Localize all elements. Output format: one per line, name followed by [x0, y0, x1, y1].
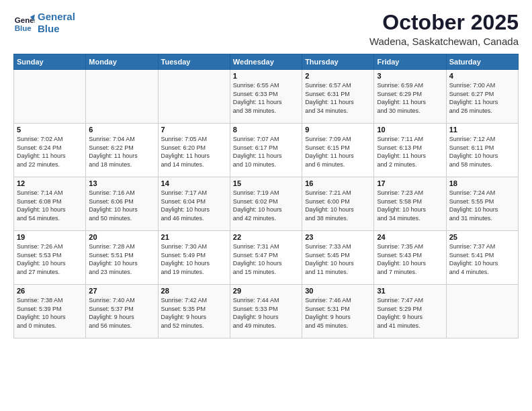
- day-number: 31: [377, 287, 443, 295]
- calendar-cell: 27Sunrise: 7:40 AM Sunset: 5:37 PM Dayli…: [86, 285, 158, 338]
- day-number: 24: [377, 233, 443, 241]
- calendar-cell: [14, 70, 86, 124]
- calendar-cell: 15Sunrise: 7:19 AM Sunset: 6:02 PM Dayli…: [230, 177, 302, 231]
- calendar-cell: 7Sunrise: 7:05 AM Sunset: 6:20 PM Daylig…: [158, 124, 230, 177]
- calendar-table: SundayMondayTuesdayWednesdayThursdayFrid…: [13, 54, 519, 338]
- day-info: Sunrise: 7:42 AM Sunset: 5:35 PM Dayligh…: [161, 296, 227, 330]
- calendar-cell: 13Sunrise: 7:16 AM Sunset: 6:06 PM Dayli…: [86, 177, 158, 231]
- day-info: Sunrise: 7:31 AM Sunset: 5:47 PM Dayligh…: [233, 242, 299, 276]
- calendar-cell: 4Sunrise: 7:00 AM Sunset: 6:27 PM Daylig…: [446, 70, 518, 124]
- calendar-cell: 12Sunrise: 7:14 AM Sunset: 6:08 PM Dayli…: [14, 177, 86, 231]
- day-info: Sunrise: 7:12 AM Sunset: 6:11 PM Dayligh…: [449, 135, 515, 169]
- calendar-page: General Blue General Blue October 2025 W…: [0, 0, 532, 411]
- day-info: Sunrise: 7:04 AM Sunset: 6:22 PM Dayligh…: [89, 135, 154, 169]
- weekday-wednesday: Wednesday: [230, 54, 302, 70]
- calendar-title: October 2025: [369, 11, 519, 34]
- day-number: 20: [89, 233, 154, 241]
- day-info: Sunrise: 7:44 AM Sunset: 5:33 PM Dayligh…: [233, 296, 299, 330]
- day-number: 13: [89, 179, 154, 187]
- day-number: 22: [233, 233, 299, 241]
- calendar-cell: 2Sunrise: 6:57 AM Sunset: 6:31 PM Daylig…: [302, 70, 374, 124]
- calendar-cell: 29Sunrise: 7:44 AM Sunset: 5:33 PM Dayli…: [230, 285, 302, 338]
- calendar-subtitle: Wadena, Saskatchewan, Canada: [369, 36, 519, 47]
- day-info: Sunrise: 7:30 AM Sunset: 5:49 PM Dayligh…: [161, 242, 227, 276]
- calendar-cell: [86, 70, 158, 124]
- day-number: 3: [377, 72, 443, 80]
- day-number: 15: [233, 179, 299, 187]
- calendar-cell: 11Sunrise: 7:12 AM Sunset: 6:11 PM Dayli…: [446, 124, 518, 177]
- calendar-cell: 17Sunrise: 7:23 AM Sunset: 5:58 PM Dayli…: [374, 177, 446, 231]
- calendar-cell: 18Sunrise: 7:24 AM Sunset: 5:55 PM Dayli…: [446, 177, 518, 231]
- weekday-sunday: Sunday: [14, 54, 86, 70]
- day-number: 21: [161, 233, 227, 241]
- day-number: 16: [305, 179, 371, 187]
- day-number: 26: [17, 287, 83, 295]
- weekday-friday: Friday: [374, 54, 446, 70]
- weekday-monday: Monday: [86, 54, 158, 70]
- day-number: 17: [377, 179, 443, 187]
- day-number: 2: [305, 72, 371, 80]
- day-info: Sunrise: 6:59 AM Sunset: 6:29 PM Dayligh…: [377, 81, 443, 115]
- day-number: 29: [233, 287, 299, 295]
- day-info: Sunrise: 7:35 AM Sunset: 5:43 PM Dayligh…: [377, 242, 443, 276]
- day-number: 18: [449, 179, 515, 187]
- day-info: Sunrise: 7:38 AM Sunset: 5:39 PM Dayligh…: [17, 296, 83, 330]
- day-info: Sunrise: 7:33 AM Sunset: 5:45 PM Dayligh…: [305, 242, 371, 276]
- day-info: Sunrise: 7:23 AM Sunset: 5:58 PM Dayligh…: [377, 189, 443, 222]
- calendar-cell: 9Sunrise: 7:09 AM Sunset: 6:15 PM Daylig…: [302, 124, 374, 177]
- day-info: Sunrise: 7:24 AM Sunset: 5:55 PM Dayligh…: [449, 189, 515, 222]
- day-info: Sunrise: 7:26 AM Sunset: 5:53 PM Dayligh…: [17, 242, 83, 276]
- header: General Blue General Blue October 2025 W…: [13, 11, 519, 47]
- calendar-cell: 22Sunrise: 7:31 AM Sunset: 5:47 PM Dayli…: [230, 231, 302, 285]
- day-info: Sunrise: 7:07 AM Sunset: 6:17 PM Dayligh…: [233, 135, 299, 169]
- day-info: Sunrise: 7:11 AM Sunset: 6:13 PM Dayligh…: [377, 135, 443, 169]
- day-info: Sunrise: 6:57 AM Sunset: 6:31 PM Dayligh…: [305, 81, 371, 115]
- calendar-cell: 8Sunrise: 7:07 AM Sunset: 6:17 PM Daylig…: [230, 124, 302, 177]
- calendar-cell: 25Sunrise: 7:37 AM Sunset: 5:41 PM Dayli…: [446, 231, 518, 285]
- day-number: 30: [305, 287, 371, 295]
- day-info: Sunrise: 7:47 AM Sunset: 5:29 PM Dayligh…: [377, 296, 443, 330]
- day-info: Sunrise: 7:09 AM Sunset: 6:15 PM Dayligh…: [305, 135, 371, 169]
- day-number: 28: [161, 287, 227, 295]
- logo-text: General Blue: [38, 11, 75, 35]
- calendar-cell: 10Sunrise: 7:11 AM Sunset: 6:13 PM Dayli…: [374, 124, 446, 177]
- calendar-cell: 21Sunrise: 7:30 AM Sunset: 5:49 PM Dayli…: [158, 231, 230, 285]
- calendar-cell: 31Sunrise: 7:47 AM Sunset: 5:29 PM Dayli…: [374, 285, 446, 338]
- day-number: 23: [305, 233, 371, 241]
- calendar-cell: 30Sunrise: 7:46 AM Sunset: 5:31 PM Dayli…: [302, 285, 374, 338]
- logo-line2: Blue: [38, 23, 60, 34]
- week-row-1: 1Sunrise: 6:55 AM Sunset: 6:33 PM Daylig…: [14, 70, 519, 124]
- calendar-cell: 19Sunrise: 7:26 AM Sunset: 5:53 PM Dayli…: [14, 231, 86, 285]
- calendar-cell: 26Sunrise: 7:38 AM Sunset: 5:39 PM Dayli…: [14, 285, 86, 338]
- day-info: Sunrise: 7:00 AM Sunset: 6:27 PM Dayligh…: [449, 81, 515, 115]
- calendar-cell: 5Sunrise: 7:02 AM Sunset: 6:24 PM Daylig…: [14, 124, 86, 177]
- day-number: 14: [161, 179, 227, 187]
- day-info: Sunrise: 7:14 AM Sunset: 6:08 PM Dayligh…: [17, 189, 83, 222]
- day-info: Sunrise: 7:05 AM Sunset: 6:20 PM Dayligh…: [161, 135, 227, 169]
- calendar-cell: 24Sunrise: 7:35 AM Sunset: 5:43 PM Dayli…: [374, 231, 446, 285]
- calendar-cell: 16Sunrise: 7:21 AM Sunset: 6:00 PM Dayli…: [302, 177, 374, 231]
- calendar-cell: 14Sunrise: 7:17 AM Sunset: 6:04 PM Dayli…: [158, 177, 230, 231]
- weekday-thursday: Thursday: [302, 54, 374, 70]
- day-number: 25: [449, 233, 515, 241]
- calendar-cell: [158, 70, 230, 124]
- day-number: 4: [449, 72, 515, 80]
- title-block: October 2025 Wadena, Saskatchewan, Canad…: [369, 11, 519, 47]
- day-info: Sunrise: 7:40 AM Sunset: 5:37 PM Dayligh…: [89, 296, 154, 330]
- day-info: Sunrise: 7:37 AM Sunset: 5:41 PM Dayligh…: [449, 242, 515, 276]
- calendar-cell: 3Sunrise: 6:59 AM Sunset: 6:29 PM Daylig…: [374, 70, 446, 124]
- day-info: Sunrise: 7:16 AM Sunset: 6:06 PM Dayligh…: [89, 189, 154, 222]
- logo: General Blue General Blue: [13, 11, 75, 35]
- week-row-4: 19Sunrise: 7:26 AM Sunset: 5:53 PM Dayli…: [14, 231, 519, 285]
- weekday-tuesday: Tuesday: [158, 54, 230, 70]
- day-info: Sunrise: 7:21 AM Sunset: 6:00 PM Dayligh…: [305, 189, 371, 222]
- day-info: Sunrise: 7:17 AM Sunset: 6:04 PM Dayligh…: [161, 189, 227, 222]
- day-number: 27: [89, 287, 154, 295]
- week-row-3: 12Sunrise: 7:14 AM Sunset: 6:08 PM Dayli…: [14, 177, 519, 231]
- day-number: 8: [233, 126, 299, 134]
- day-info: Sunrise: 6:55 AM Sunset: 6:33 PM Dayligh…: [233, 81, 299, 115]
- weekday-header-row: SundayMondayTuesdayWednesdayThursdayFrid…: [14, 54, 519, 70]
- logo-line1: General: [38, 11, 75, 22]
- day-number: 7: [161, 126, 227, 134]
- day-number: 10: [377, 126, 443, 134]
